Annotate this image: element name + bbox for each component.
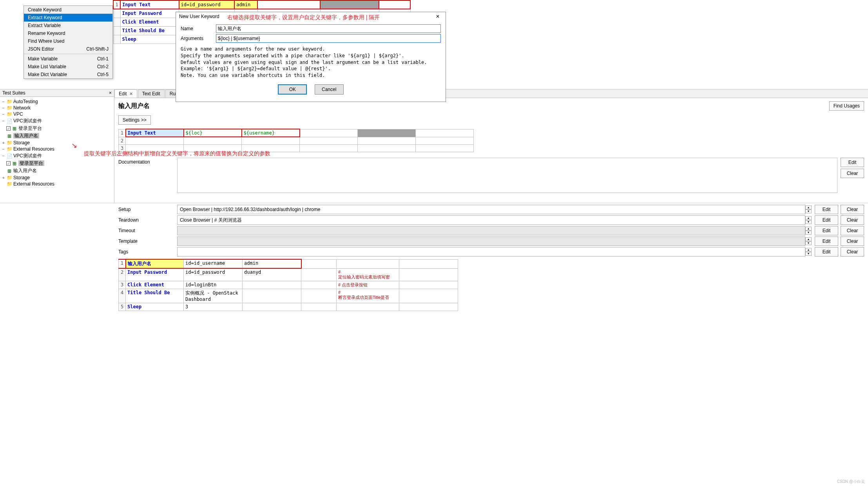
new-user-keyword-dialog: New User Keyword ✕ Name Arguments Give a…: [176, 12, 446, 102]
doc-clear-button[interactable]: Clear: [841, 169, 864, 178]
tree-node[interactable]: ✓⊞登录至平台: [1, 125, 113, 132]
config-label: Setup: [118, 207, 177, 212]
dialog-help-text: Give a name and arguments for the new us…: [181, 46, 441, 79]
config-label: Timeout: [118, 228, 177, 233]
context-menu: Create KeywordExtract KeywordExtract Var…: [24, 5, 113, 79]
config-value[interactable]: [177, 237, 805, 246]
tree-node[interactable]: −📁VPC: [1, 111, 113, 117]
page-title: 输入用户名: [118, 102, 150, 110]
find-usages-button[interactable]: Find Usages: [829, 101, 864, 111]
menu-item[interactable]: Make Dict VariableCtrl-5: [24, 71, 112, 78]
menu-item[interactable]: Rename Keyword: [24, 29, 112, 37]
edit-button[interactable]: Edit: [815, 247, 838, 257]
spin-down-icon[interactable]: ▼: [805, 209, 812, 213]
clear-button[interactable]: Clear: [841, 226, 864, 235]
menu-item[interactable]: Create Keyword: [24, 6, 112, 14]
config-label: Teardown: [118, 217, 177, 223]
arguments-label: Arguments: [181, 36, 216, 41]
tree-node[interactable]: 📁External Resources: [1, 181, 113, 187]
annotation-2: 提取关键字后左侧结构中新增自定义关键字，将原来的值替换为自定义的参数: [84, 150, 358, 157]
edit-button[interactable]: Edit: [815, 237, 838, 246]
tree-node[interactable]: +📁Storage: [1, 140, 113, 146]
name-input[interactable]: [216, 24, 441, 33]
edit-button[interactable]: Edit: [815, 215, 838, 225]
spin-up-icon[interactable]: ▲: [805, 206, 812, 209]
settings-button[interactable]: Settings >>: [118, 115, 151, 125]
clear-button[interactable]: Clear: [841, 247, 864, 257]
spin-up-icon[interactable]: ▲: [805, 248, 812, 252]
mid-keyword-grid: 1Input Text${loc}${username}23: [118, 129, 864, 152]
spin-up-icon[interactable]: ▲: [805, 237, 812, 241]
spin-down-icon[interactable]: ▼: [805, 241, 812, 245]
doc-edit-button[interactable]: Edit: [841, 158, 864, 167]
tree-node[interactable]: ⊞输入用户名: [1, 132, 113, 140]
name-label: Name: [181, 26, 216, 31]
config-label: Tags: [118, 249, 177, 255]
annotation-1: 右键选择提取关键字，设置用户自定义关键字，多参数用 | 隔开: [227, 14, 380, 21]
tree-node[interactable]: ⊞输入用户名: [1, 167, 113, 175]
tree-node[interactable]: +📁Storage: [1, 175, 113, 181]
edit-button[interactable]: Edit: [815, 205, 838, 214]
close-icon[interactable]: ✕: [129, 91, 133, 96]
tree-node[interactable]: ✓⊞登录至平台: [1, 160, 113, 167]
clear-button[interactable]: Clear: [841, 205, 864, 214]
config-value[interactable]: [177, 226, 805, 235]
cancel-button[interactable]: Cancel: [315, 84, 344, 95]
tree-node[interactable]: −📁Network: [1, 105, 113, 111]
clear-button[interactable]: Clear: [841, 215, 864, 225]
spin-down-icon[interactable]: ▼: [805, 252, 812, 256]
close-icon[interactable]: ✕: [433, 14, 442, 19]
spin-up-icon[interactable]: ▲: [805, 227, 812, 231]
documentation-label: Documentation: [118, 158, 177, 165]
tree-node[interactable]: −📁AutoTesting: [1, 98, 113, 105]
bottom-test-grid: 1输入用户名id=id_usernameadmin2Input Password…: [118, 259, 864, 311]
tree-node[interactable]: −📄VPC测试套件: [1, 117, 113, 125]
edit-button[interactable]: Edit: [815, 226, 838, 235]
menu-item[interactable]: Extract Variable: [24, 22, 112, 29]
menu-item[interactable]: Make VariableCtrl-1: [24, 55, 112, 63]
menu-item[interactable]: Find Where Used: [24, 37, 112, 45]
clear-button[interactable]: Clear: [841, 237, 864, 246]
tab-text-edit[interactable]: Text Edit: [138, 89, 165, 98]
tab-edit[interactable]: Edit✕: [114, 89, 137, 98]
menu-separator: [24, 54, 112, 54]
ok-button[interactable]: OK: [278, 84, 307, 95]
spin-up-icon[interactable]: ▲: [805, 216, 812, 220]
collapse-icon[interactable]: ×: [109, 90, 112, 96]
dialog-title: New User Keyword: [179, 14, 219, 19]
menu-item[interactable]: Make List VariableCtrl-2: [24, 63, 112, 71]
menu-item[interactable]: JSON EditorCtrl-Shift-J: [24, 45, 112, 53]
config-label: Template: [118, 238, 177, 244]
side-panel-header: Test Suites: [2, 90, 25, 96]
config-value[interactable]: Open Browser | http://192.166.66.32/dash…: [177, 205, 805, 214]
spin-down-icon[interactable]: ▼: [805, 220, 812, 224]
spin-down-icon[interactable]: ▼: [805, 231, 812, 235]
config-value[interactable]: [177, 247, 805, 257]
arguments-input[interactable]: [216, 34, 441, 43]
red-arrow-icon: ↘: [71, 141, 77, 150]
menu-item[interactable]: Extract Keyword: [24, 14, 112, 22]
config-value[interactable]: Close Browser | # 关闭浏览器: [177, 215, 805, 225]
documentation-box[interactable]: [177, 158, 837, 193]
